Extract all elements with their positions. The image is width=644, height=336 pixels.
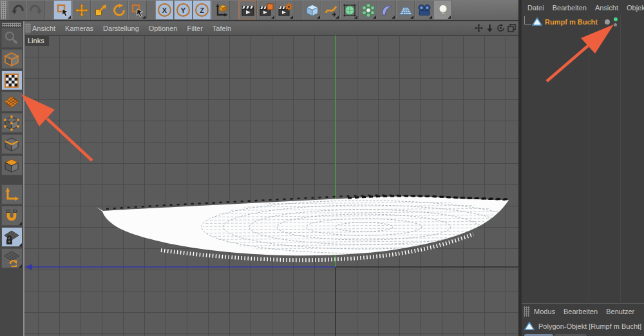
main-toolbar: X Y Z: [0, 0, 519, 21]
object-manager-panel: Datei Bearbeiten Ansicht Objekt Rumpf m …: [522, 0, 644, 336]
x-axis-label: X: [158, 3, 171, 17]
mode-toolbar-grip[interactable]: [2, 23, 21, 27]
texture-mode-button[interactable]: [1, 70, 23, 90]
lock-y-axis-button[interactable]: Y: [174, 1, 193, 19]
viewport-menu-darstellung[interactable]: Darstellung: [103, 25, 139, 32]
move-button[interactable]: [72, 1, 91, 19]
z-axis-label: Z: [195, 3, 209, 17]
scale-icon: [93, 3, 108, 17]
model-mode-button[interactable]: [1, 49, 23, 69]
enable-axis-button[interactable]: [1, 184, 23, 204]
gear-icon: [285, 3, 292, 10]
viewport-panel: Ansicht Kameras Darstellung Optionen Fil…: [24, 21, 518, 336]
add-subdivision-surface-button[interactable]: [340, 1, 359, 19]
add-array-button[interactable]: [359, 1, 377, 19]
render-view-button[interactable]: [238, 1, 257, 19]
edges-mode-icon: [3, 136, 20, 153]
om-column-separator: [620, 15, 621, 302]
viewport-grip[interactable]: [25, 23, 31, 34]
camera-icon: [417, 3, 431, 17]
array-icon: [361, 3, 375, 17]
layer-dot[interactable]: [605, 19, 610, 25]
viewport-canvas[interactable]: Links: [24, 35, 518, 336]
live-selection-icon: [56, 3, 70, 17]
y-axis-label: Y: [176, 3, 190, 17]
subdivision-surface-icon: [343, 3, 357, 17]
attribute-manager-menubar: Modus Bearbeiten Benutzer: [522, 304, 644, 319]
edges-mode-button[interactable]: [1, 134, 23, 154]
make-editable-button[interactable]: [1, 28, 23, 48]
object-name[interactable]: Rumpf m Bucht: [545, 18, 598, 26]
attribute-manager-grip[interactable]: [524, 306, 530, 317]
spline-icon: [324, 3, 338, 17]
rotate-button[interactable]: [109, 1, 128, 19]
viewport-menu-kameras[interactable]: Kameras: [65, 25, 93, 32]
om-menu-objekt[interactable]: Objekt: [627, 4, 644, 12]
add-floor-button[interactable]: [396, 1, 415, 19]
snap-settings-button[interactable]: [1, 206, 23, 226]
add-spline-button[interactable]: [321, 1, 340, 19]
render-region-button[interactable]: [257, 1, 276, 19]
undo-button[interactable]: [8, 1, 26, 19]
polygons-mode-button[interactable]: [1, 155, 23, 175]
am-menu-bearbeiten[interactable]: Bearbeiten: [564, 308, 598, 315]
rotate-icon: [112, 3, 126, 17]
viewport-menu-filter[interactable]: Filter: [187, 25, 202, 32]
add-camera-button[interactable]: [415, 1, 433, 19]
editor-visibility-dot[interactable]: [614, 17, 618, 21]
live-selection-button[interactable]: [53, 1, 72, 19]
add-cube-primitive-button[interactable]: [303, 1, 321, 19]
toolbar-grip[interactable]: [1, 1, 6, 19]
floor-icon: [399, 3, 413, 17]
add-deformer-button[interactable]: [377, 1, 396, 19]
mode-toolbar: [0, 21, 24, 336]
lock-x-axis-button[interactable]: X: [155, 1, 174, 19]
workplane-rotate-icon: [3, 250, 20, 267]
om-menu-ansicht[interactable]: Ansicht: [595, 4, 618, 12]
points-mode-button[interactable]: [1, 113, 23, 133]
coordinate-system-button[interactable]: [211, 1, 230, 19]
points-mode-icon: [3, 115, 20, 132]
polygon-object-icon: [532, 17, 542, 26]
om-column-separator: [589, 15, 589, 302]
viewport-rotate-icon[interactable]: [497, 24, 505, 32]
render-view-icon: [241, 3, 255, 17]
lock-workplane-icon: [3, 229, 20, 246]
am-menu-modus[interactable]: Modus: [534, 308, 555, 315]
polygon-object-icon: [524, 322, 535, 331]
viewport-zoom-icon[interactable]: [486, 24, 494, 32]
lock-workplane-button[interactable]: [1, 227, 23, 247]
move-icon: [75, 3, 89, 17]
view-label: Links: [25, 36, 49, 46]
coordinate-system-icon: [214, 3, 228, 17]
viewport-menu-ansicht[interactable]: Ansicht: [32, 25, 55, 32]
workplane-mode-button[interactable]: [1, 248, 23, 268]
cinema4d-window: { "topbar": { "axis_buttons": ["X", "Y",…: [0, 0, 644, 336]
om-menu-bearbeiten[interactable]: Bearbeiten: [553, 4, 587, 12]
render-visibility-dot[interactable]: [614, 23, 617, 26]
add-light-button[interactable]: [433, 1, 452, 19]
make-editable-icon: [3, 30, 20, 46]
cube-primitive-icon: [305, 3, 319, 17]
viewport-grid: [24, 35, 518, 336]
viewport-drawing: [24, 35, 518, 336]
am-menu-benutzer[interactable]: Benutzer: [606, 308, 634, 315]
scale-button[interactable]: [91, 1, 109, 19]
undo-icon: [10, 3, 24, 17]
viewport-menu-optionen[interactable]: Optionen: [149, 25, 178, 32]
texture-axis-mode-button[interactable]: [1, 92, 23, 112]
lock-z-axis-button[interactable]: Z: [193, 1, 211, 19]
viewport-menu-tafeln[interactable]: Tafeln: [213, 25, 231, 32]
viewport-toggle-icon[interactable]: [507, 24, 516, 32]
texture-axis-mode-icon: [3, 94, 20, 110]
render-settings-button[interactable]: [276, 1, 294, 19]
redo-icon: [29, 3, 43, 17]
om-menu-datei[interactable]: Datei: [527, 4, 544, 12]
deformer-icon: [380, 3, 394, 17]
redo-button[interactable]: [26, 1, 45, 19]
polygons-mode-icon: [3, 157, 20, 174]
object-tree-row[interactable]: Rumpf m Bucht: [522, 16, 644, 28]
viewport-pan-icon[interactable]: [475, 24, 483, 32]
render-region-icon: [260, 3, 274, 17]
rectangle-selection-button[interactable]: [128, 1, 147, 19]
